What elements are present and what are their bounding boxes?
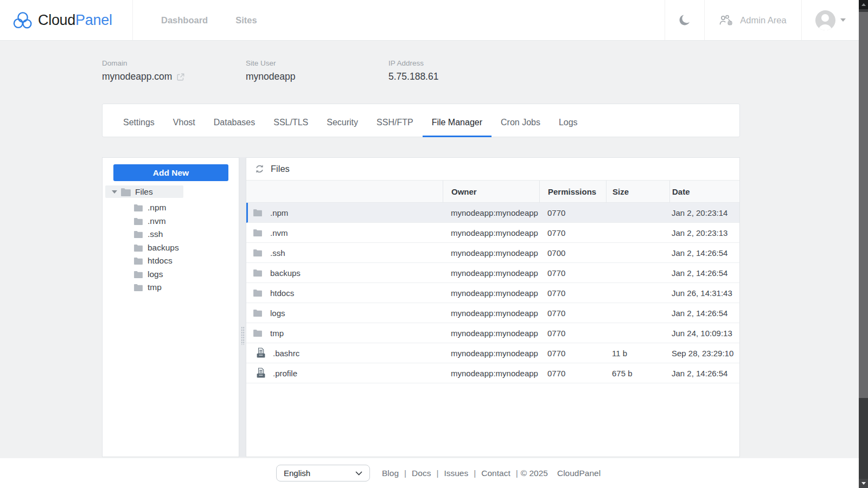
folder-icon [133,204,143,211]
dark-mode-toggle[interactable] [665,0,704,40]
logo[interactable]: CloudPanel [0,0,133,40]
file-row-ssh[interactable]: .ssh mynodeapp:mynodeapp 0700 Jan 2, 14:… [246,243,739,263]
tab-bar: Settings Vhost Databases SSL/TLS Securit… [102,104,740,137]
page-content: Domain mynodeapp.com Site User mynodeapp… [0,41,859,458]
table-header: Owner Permissions Size Date [246,181,739,203]
nav-link-dashboard[interactable]: Dashboard [161,15,208,25]
footer-link-blog[interactable]: Blog [382,468,399,478]
copyright: © 2025 [521,468,548,478]
moon-icon [678,14,692,27]
tab-ssl-tls[interactable]: SSL/TLS [264,104,317,137]
tree-item-npm[interactable]: .npm [105,201,228,215]
file-row-tmp[interactable]: tmp mynodeapp:mynodeapp 0770 Jun 24, 10:… [246,323,739,343]
app-viewport: CloudPanel Dashboard Sites [0,0,859,488]
tab-file-manager[interactable]: File Manager [423,104,492,137]
folder-icon [252,269,263,277]
tree-item-htdocs[interactable]: htdocs [105,254,228,268]
files-panel-title: Files [271,164,290,174]
language-select[interactable]: English [276,465,370,481]
info-ip: IP Address 5.75.188.61 [388,59,438,82]
site-info: Domain mynodeapp.com Site User mynodeapp… [102,41,740,82]
folder-icon [133,230,143,238]
col-owner: Owner [443,181,539,202]
user-menu[interactable] [801,0,859,40]
file-row-logs[interactable]: logs mynodeapp:mynodeapp 0770 Jan 2, 14:… [246,303,739,323]
folder-icon [252,209,263,216]
separator: | [404,468,406,478]
avatar [815,10,835,30]
footer: English Blog|Docs|Issues|Contact|© 2025C… [0,458,859,488]
admin-users-icon [719,15,734,26]
file-row-profile[interactable]: .profile mynodeapp:mynodeapp 0770 675 b … [246,363,739,383]
file-row-nvm[interactable]: .nvm mynodeapp:mynodeapp 0770 Jan 2, 20:… [246,223,739,243]
admin-area-label: Admin Area [740,15,786,25]
tree-root-label: Files [135,187,153,197]
footer-link-docs[interactable]: Docs [412,468,431,478]
tab-databases[interactable]: Databases [205,104,265,137]
browser-scrollbar[interactable] [859,0,868,488]
separator: | [436,468,438,478]
tree-item-tmp[interactable]: tmp [105,281,228,294]
col-name [246,181,443,202]
folder-icon [252,309,263,317]
file-row-bashrc[interactable]: .bashrc mynodeapp:mynodeapp 0770 11 b Se… [246,343,739,363]
site-user-label: Site User [246,59,388,67]
scrollbar-down-arrow[interactable] [859,479,868,488]
tree-item-nvm[interactable]: .nvm [105,215,228,228]
folder-icon [252,229,263,236]
folder-icon [133,217,143,225]
tree-item-ssh[interactable]: .ssh [105,228,228,241]
refresh-icon[interactable] [255,164,264,174]
footer-links: Blog|Docs|Issues|Contact|© 2025CloudPane… [382,468,601,478]
tab-logs[interactable]: Logs [550,104,587,137]
chevron-down-icon [355,471,362,476]
folder-icon [133,271,143,278]
tree-root-files[interactable]: Files [105,185,183,198]
folder-icon [252,249,263,256]
language-value: English [284,468,310,478]
file-manager: Add New Files .npm .nv [102,157,740,457]
file-row-htdocs[interactable]: htdocs mynodeapp:mynodeapp 0770 Jun 26, … [246,283,739,303]
scrollbar-thumb[interactable] [859,12,868,398]
domain-value: mynodeapp.com [102,71,172,82]
tree-item-logs[interactable]: logs [105,268,228,281]
footer-link-issues[interactable]: Issues [444,468,468,478]
info-domain: Domain mynodeapp.com [102,59,246,82]
cloudpanel-logo-icon [12,11,33,29]
file-row-npm[interactable]: .npm mynodeapp:mynodeapp 0770 Jan 2, 20:… [246,203,739,223]
panel-splitter[interactable] [239,157,246,457]
folder-icon [252,289,263,297]
tab-cron-jobs[interactable]: Cron Jobs [492,104,550,137]
external-link-icon[interactable] [176,73,185,81]
main-nav: Dashboard Sites [133,0,257,40]
tree-item-backups[interactable]: backups [105,241,228,255]
navbar: CloudPanel Dashboard Sites [0,0,859,41]
file-row-backups[interactable]: backups mynodeapp:mynodeapp 0770 Jan 2, … [246,263,739,283]
footer-brand: CloudPanel [557,468,601,478]
col-size: Size [606,181,669,202]
scrollbar-up-arrow[interactable] [859,0,868,9]
domain-label: Domain [102,59,246,67]
files-panel-header: Files [246,158,739,181]
table-body: .npm mynodeapp:mynodeapp 0770 Jan 2, 20:… [246,203,739,383]
separator: | [474,468,476,478]
col-date: Date [669,181,739,202]
add-new-button[interactable]: Add New [113,164,228,181]
chevron-down-icon [840,18,846,22]
folder-icon [133,284,143,291]
tab-security[interactable]: Security [317,104,367,137]
folder-icon [252,329,263,337]
files-panel: Files Owner Permissions Size Date .npm m… [246,157,740,457]
tab-settings[interactable]: Settings [114,104,164,137]
info-site-user: Site User mynodeapp [246,59,388,82]
separator: | [516,468,518,478]
folder-icon [120,188,131,196]
nav-link-sites[interactable]: Sites [235,15,257,25]
col-permissions: Permissions [539,181,606,202]
tab-ssh-ftp[interactable]: SSH/FTP [367,104,423,137]
footer-link-contact[interactable]: Contact [481,468,510,478]
file-icon [256,368,266,378]
tab-vhost[interactable]: Vhost [164,104,205,137]
file-tree-panel: Add New Files .npm .nv [102,157,239,457]
admin-area-button[interactable]: Admin Area [704,0,801,40]
